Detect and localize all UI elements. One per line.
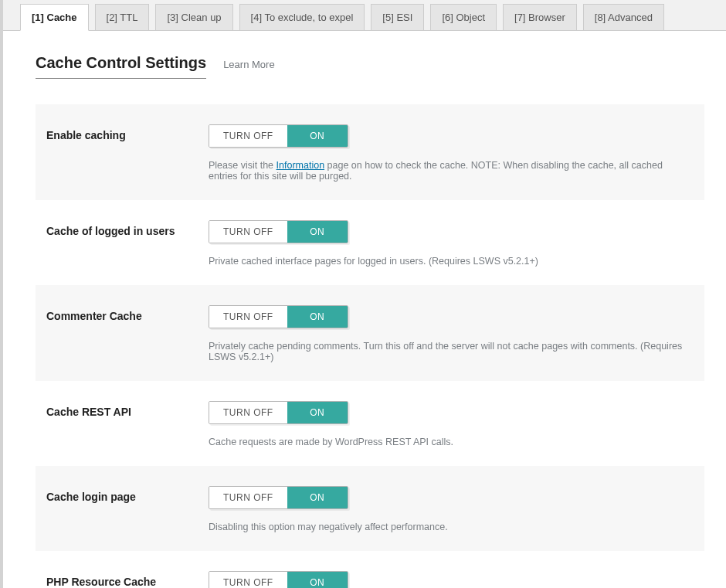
information-link[interactable]: Information [276,160,325,171]
learn-more-link[interactable]: Learn More [223,59,274,70]
tab-browser[interactable]: [7] Browser [503,4,577,31]
tab-ttl[interactable]: [2] TTL [95,4,150,31]
toggle-on-cache-logged-in[interactable]: ON [287,221,348,243]
page-title: Cache Control Settings [36,54,206,79]
toggle-off-cache-login-page[interactable]: TURN OFF [209,487,287,508]
desc-enable-caching: Please visit the Information page on how… [209,160,689,182]
toggle-off-cache-rest-api[interactable]: TURN OFF [209,402,287,423]
tabs-bar: [1] Cache [2] TTL [3] Clean up [4] To ex… [3,0,726,31]
row-php-resource-cache: PHP Resource Cache TURN OFF ON [36,551,704,588]
tab-advanced[interactable]: [8] Advanced [583,4,664,31]
toggle-cache-rest-api: TURN OFF ON [209,401,348,424]
toggle-off-php-resource-cache[interactable]: TURN OFF [209,572,287,588]
row-cache-logged-in: Cache of logged in users TURN OFF ON Pri… [36,200,704,285]
tab-cache[interactable]: [1] Cache [20,4,89,31]
label-php-resource-cache: PHP Resource Cache [46,571,209,588]
tab-exclude[interactable]: [4] To exclude, to expel [239,4,365,31]
tab-esi[interactable]: [5] ESI [371,4,424,31]
row-commenter-cache: Commenter Cache TURN OFF ON Privately ca… [36,285,704,381]
tab-object[interactable]: [6] Object [430,4,497,31]
tab-cleanup[interactable]: [3] Clean up [155,4,232,31]
toggle-on-enable-caching[interactable]: ON [287,125,348,147]
label-cache-login-page: Cache login page [46,486,209,503]
desc-cache-rest-api: Cache requests are made by WordPress RES… [209,437,689,447]
desc-cache-logged-in: Private cached interface pages for logge… [209,256,689,267]
desc-cache-login-page: Disabling this option may negatively aff… [209,522,689,532]
toggle-enable-caching: TURN OFF ON [209,124,348,148]
toggle-commenter-cache: TURN OFF ON [209,305,348,328]
label-cache-logged-in: Cache of logged in users [46,220,209,237]
toggle-on-commenter-cache[interactable]: ON [287,306,348,328]
row-cache-rest-api: Cache REST API TURN OFF ON Cache request… [36,381,704,466]
toggle-php-resource-cache: TURN OFF ON [209,571,348,588]
desc-commenter-cache: Privately cache pending comments. Turn t… [209,341,689,362]
toggle-off-commenter-cache[interactable]: TURN OFF [209,306,287,328]
toggle-on-php-resource-cache[interactable]: ON [287,572,348,588]
toggle-cache-logged-in: TURN OFF ON [209,220,348,243]
label-commenter-cache: Commenter Cache [46,305,209,322]
toggle-off-enable-caching[interactable]: TURN OFF [209,125,287,147]
toggle-cache-login-page: TURN OFF ON [209,486,348,509]
label-cache-rest-api: Cache REST API [46,401,209,418]
row-enable-caching: Enable caching TURN OFF ON Please visit … [36,104,704,200]
toggle-off-cache-logged-in[interactable]: TURN OFF [209,221,287,243]
toggle-on-cache-login-page[interactable]: ON [287,487,348,508]
label-enable-caching: Enable caching [46,124,209,141]
settings-list: Enable caching TURN OFF ON Please visit … [36,104,704,588]
row-cache-login-page: Cache login page TURN OFF ON Disabling t… [36,466,704,551]
toggle-on-cache-rest-api[interactable]: ON [287,402,348,423]
